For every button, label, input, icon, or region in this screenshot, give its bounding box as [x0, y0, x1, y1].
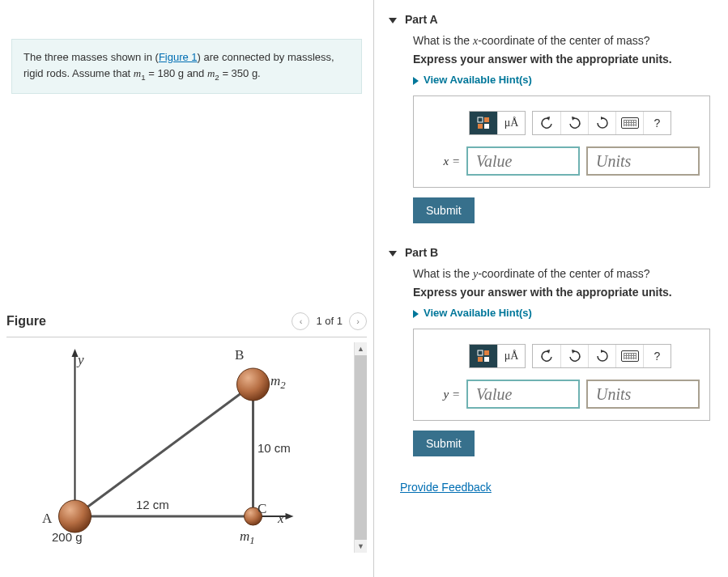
part-a-submit-button[interactable]: Submit — [413, 197, 475, 223]
part-b-body: What is the y-coordinate of the center o… — [374, 267, 728, 458]
special-chars-button[interactable]: μÅ — [497, 112, 525, 134]
pager-next-button[interactable]: › — [349, 312, 367, 330]
part-b-toolbar: μÅ ? — [469, 344, 700, 368]
part-a-answer-row: x = — [424, 146, 700, 176]
svg-rect-12 — [478, 124, 483, 129]
m2-var: m — [207, 67, 215, 79]
figure-diagram: y B m2 10 cm C x m1 12 cm A 200 g — [6, 342, 354, 553]
part-b-answer-row: y = — [424, 380, 700, 409]
axis-x-label: x — [278, 511, 284, 527]
part-b-question: What is the y-coordinate of the center o… — [413, 267, 710, 281]
axis-y-label: y — [78, 352, 84, 368]
part-a-title: Part A — [405, 13, 438, 26]
part-b-var-label: y = — [424, 388, 460, 401]
figure-pager: ‹ 1 of 1 › — [292, 312, 367, 330]
keyboard-button[interactable] — [615, 112, 643, 134]
point-c-label: C — [258, 501, 266, 517]
svg-rect-13 — [484, 124, 489, 129]
svg-marker-23 — [601, 350, 604, 353]
scroll-thumb[interactable] — [355, 355, 367, 540]
part-b-hints-link[interactable]: View Available Hint(s) — [413, 307, 710, 319]
help-button[interactable]: ? — [643, 345, 671, 367]
templates-button[interactable] — [470, 345, 497, 367]
svg-rect-19 — [478, 357, 483, 362]
reset-button[interactable] — [588, 112, 615, 134]
special-chars-button[interactable]: μÅ — [497, 345, 525, 367]
part-a-question: What is the x-coordinate of the center o… — [413, 34, 710, 48]
undo-button[interactable] — [533, 112, 560, 134]
svg-point-7 — [59, 500, 92, 532]
part-a: Part A What is the x-coordinate of the c… — [374, 0, 728, 233]
part-a-var-label: x = — [424, 155, 460, 168]
collapse-icon — [389, 18, 397, 23]
m2-eq: = 350 g. — [219, 67, 261, 79]
part-b-instruction: Express your answer with the appropriate… — [413, 286, 710, 299]
svg-rect-17 — [478, 350, 483, 355]
svg-rect-20 — [484, 357, 489, 362]
svg-marker-16 — [601, 117, 604, 120]
m1-var: m — [134, 67, 141, 79]
svg-rect-11 — [484, 117, 489, 122]
part-a-toolbar: μÅ ? — [469, 111, 700, 135]
part-a-header[interactable]: Part A — [374, 8, 728, 34]
undo-button[interactable] — [533, 345, 560, 367]
figure-section: Figure ‹ 1 of 1 › — [0, 312, 373, 553]
side-bc-label: 10 cm — [258, 441, 291, 455]
figure-scrollbar[interactable]: ▲ ▼ — [354, 342, 367, 553]
figure-body: y B m2 10 cm C x m1 12 cm A 200 g ▲ ▼ — [6, 342, 367, 553]
pager-text: 1 of 1 — [316, 315, 343, 327]
svg-rect-10 — [478, 117, 483, 122]
m2-label: m2 — [270, 373, 286, 392]
redo-button[interactable] — [560, 112, 588, 134]
expand-icon — [413, 77, 419, 85]
part-a-body: What is the x-coordinate of the center o… — [374, 34, 728, 225]
left-pane: The three masses shown in (Figure 1) are… — [0, 0, 374, 577]
scroll-track[interactable] — [355, 355, 367, 540]
part-a-hints-link[interactable]: View Available Hint(s) — [413, 74, 710, 86]
point-b-label: B — [235, 347, 244, 363]
part-b-submit-button[interactable]: Submit — [413, 431, 475, 456]
mass-a-label: 200 g — [52, 530, 83, 544]
m1-label: m1 — [240, 528, 255, 547]
right-pane: Part A What is the x-coordinate of the c… — [374, 0, 728, 577]
problem-statement: The three masses shown in (Figure 1) are… — [11, 39, 362, 94]
svg-line-6 — [75, 384, 253, 516]
help-button[interactable]: ? — [643, 112, 671, 134]
reset-button[interactable] — [588, 345, 615, 367]
pager-prev-button[interactable]: ‹ — [292, 312, 309, 330]
scroll-up-icon[interactable]: ▲ — [355, 342, 367, 355]
point-a-label: A — [42, 511, 52, 527]
part-a-instruction: Express your answer with the appropriate… — [413, 53, 710, 66]
expand-icon — [413, 310, 419, 318]
side-ac-label: 12 cm — [136, 498, 169, 511]
part-b-value-input[interactable] — [466, 380, 580, 409]
svg-marker-3 — [286, 513, 294, 520]
keyboard-icon — [621, 350, 639, 362]
collapse-icon — [389, 251, 397, 257]
keyboard-button[interactable] — [615, 345, 643, 367]
part-a-answer-box: μÅ ? x = — [413, 95, 710, 188]
part-b: Part B What is the y-coordinate of the c… — [374, 233, 728, 466]
figure-link[interactable]: Figure 1 — [159, 51, 198, 63]
part-b-answer-box: μÅ ? y = — [413, 329, 710, 421]
redo-button[interactable] — [560, 345, 588, 367]
provide-feedback-link[interactable]: Provide Feedback — [374, 481, 492, 494]
part-a-units-input[interactable] — [586, 146, 700, 176]
figure-header: Figure ‹ 1 of 1 › — [6, 312, 367, 337]
svg-rect-18 — [484, 350, 489, 355]
svg-point-8 — [237, 368, 270, 401]
figure-title: Figure — [6, 314, 292, 329]
part-b-units-input[interactable] — [586, 380, 700, 409]
m1-eq: = 180 g and — [146, 67, 207, 79]
templates-button[interactable] — [470, 112, 497, 134]
part-a-value-input[interactable] — [466, 146, 580, 176]
problem-text-prefix: The three masses shown in ( — [23, 51, 159, 63]
part-b-header[interactable]: Part B — [374, 241, 728, 267]
part-b-title: Part B — [405, 246, 438, 259]
keyboard-icon — [621, 117, 639, 129]
scroll-down-icon[interactable]: ▼ — [355, 540, 367, 553]
